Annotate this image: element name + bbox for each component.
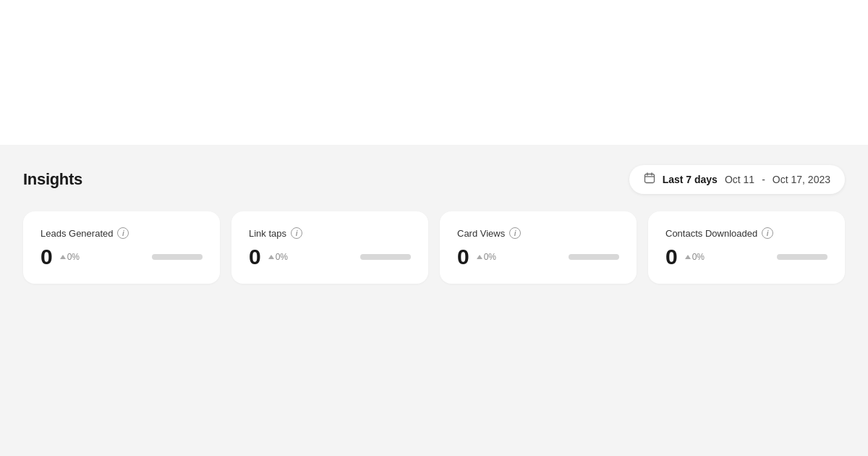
metric-card-link-taps: Link taps i 0 0% — [231, 211, 428, 284]
metric-chart-link — [360, 254, 411, 260]
insights-header: Insights Last 7 days Oct 11 - Oct 17, 20… — [23, 165, 845, 194]
metric-label-leads-generated: Leads Generated — [41, 228, 113, 239]
insights-title: Insights — [23, 170, 82, 189]
metric-card-leads-generated: Leads Generated i 0 0% — [23, 211, 220, 284]
metric-value-link-taps: 0 — [249, 246, 261, 268]
metric-value-row-card: 0 0% — [457, 246, 619, 268]
metric-change-contacts-downloaded: 0% — [685, 252, 705, 262]
date-range-picker[interactable]: Last 7 days Oct 11 - Oct 17, 2023 — [629, 165, 845, 194]
metric-change-text-contacts: 0% — [692, 252, 705, 262]
svg-rect-0 — [644, 174, 654, 183]
last-7-days-label: Last 7 days — [663, 174, 718, 185]
date-range-end: Oct 17, 2023 — [773, 174, 830, 185]
metric-chart-leads — [152, 254, 203, 260]
metric-value-row-contacts: 0 0% — [665, 246, 827, 268]
metric-chart-contacts — [777, 254, 827, 260]
metric-card-card-views: Card Views i 0 0% — [440, 211, 637, 284]
metric-change-leads-generated: 0% — [60, 252, 80, 262]
metric-label-row-card: Card Views i — [457, 227, 619, 239]
date-range-separator: - — [762, 174, 765, 185]
trend-up-icon-card — [477, 255, 482, 259]
metric-card-contacts-downloaded: Contacts Downloaded i 0 0% — [648, 211, 845, 284]
metric-value-row-link: 0 0% — [249, 246, 411, 268]
info-icon-link-taps[interactable]: i — [291, 227, 302, 239]
metric-change-text-leads: 0% — [67, 252, 80, 262]
metric-label-card-views: Card Views — [457, 228, 505, 239]
trend-up-icon-leads — [60, 255, 66, 259]
metric-value-row: 0 0% — [41, 246, 203, 268]
info-icon-leads-generated[interactable]: i — [117, 227, 129, 239]
metric-label-row: Leads Generated i — [41, 227, 203, 239]
trend-up-icon-link — [268, 255, 274, 259]
calendar-icon — [644, 172, 655, 187]
metrics-grid: Leads Generated i 0 0% Link taps i 0 — [23, 211, 845, 284]
metric-chart-card — [569, 254, 619, 260]
metric-label-link-taps: Link taps — [249, 228, 286, 239]
info-icon-card-views[interactable]: i — [509, 227, 521, 239]
info-icon-contacts-downloaded[interactable]: i — [762, 227, 773, 239]
metric-change-text-card: 0% — [484, 252, 496, 262]
date-range-start: Oct 11 — [725, 174, 754, 185]
top-white-area — [0, 0, 868, 145]
metric-value-contacts-downloaded: 0 — [665, 246, 678, 268]
metric-change-text-link: 0% — [276, 252, 288, 262]
metric-change-link-taps: 0% — [268, 252, 288, 262]
insights-section: Insights Last 7 days Oct 11 - Oct 17, 20… — [0, 145, 868, 456]
metric-label-contacts-downloaded: Contacts Downloaded — [665, 228, 757, 239]
metric-change-card-views: 0% — [477, 252, 496, 262]
metric-label-row-link: Link taps i — [249, 227, 411, 239]
metric-label-row-contacts: Contacts Downloaded i — [665, 227, 827, 239]
trend-up-icon-contacts — [685, 255, 691, 259]
metric-value-leads-generated: 0 — [41, 246, 53, 268]
metric-value-card-views: 0 — [457, 246, 469, 268]
